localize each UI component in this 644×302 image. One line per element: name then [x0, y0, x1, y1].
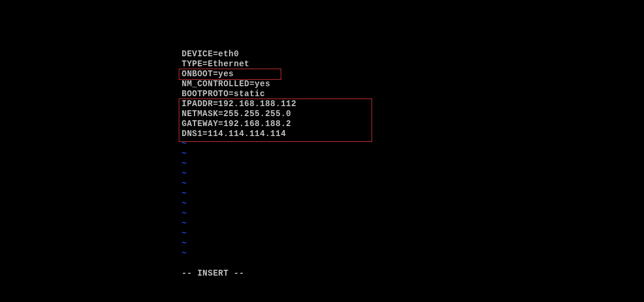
- config-line-type: TYPE=Ethernet: [182, 59, 644, 69]
- config-line-dns1: DNS1=114.114.114.114: [182, 129, 644, 139]
- config-line-netmask: NETMASK=255.255.255.0: [182, 109, 644, 119]
- config-line-nmcontrolled: NM_CONTROLLED=yes: [182, 79, 644, 89]
- empty-line-marker: ~: [182, 139, 644, 149]
- empty-line-marker: ~: [182, 239, 644, 249]
- empty-line-marker: ~: [182, 149, 644, 159]
- empty-line-marker: ~: [182, 219, 644, 229]
- config-line-bootproto: BOOTPROTO=static: [182, 89, 644, 99]
- config-line-device: DEVICE=eth0: [182, 49, 644, 59]
- config-line-onboot: ONBOOT=yes: [182, 69, 644, 79]
- empty-line-marker: ~: [182, 179, 644, 189]
- vi-editor-terminal[interactable]: DEVICE=eth0 TYPE=Ethernet ONBOOT=yes NM_…: [0, 0, 644, 279]
- empty-line-marker: ~: [182, 189, 644, 199]
- config-line-gateway: GATEWAY=192.168.188.2: [182, 119, 644, 129]
- blank-line: [182, 259, 644, 269]
- empty-line-marker: ~: [182, 169, 644, 179]
- config-line-ipaddr: IPADDR=192.168.188.112: [182, 99, 644, 109]
- empty-line-marker: ~: [182, 249, 644, 259]
- empty-line-marker: ~: [182, 209, 644, 219]
- vi-mode-status: -- INSERT --: [182, 269, 644, 279]
- empty-line-marker: ~: [182, 159, 644, 169]
- empty-line-marker: ~: [182, 229, 644, 239]
- empty-line-marker: ~: [182, 199, 644, 209]
